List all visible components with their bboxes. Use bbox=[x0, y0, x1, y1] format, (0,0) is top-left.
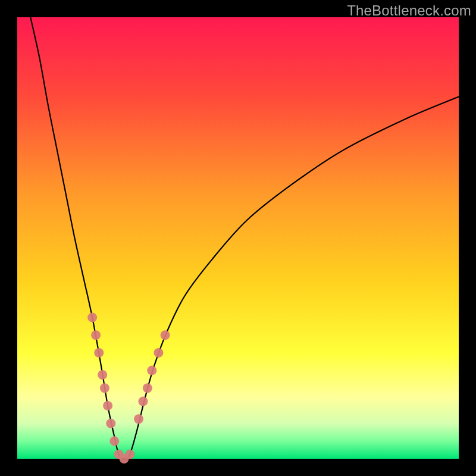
chart-svg bbox=[17, 17, 459, 459]
data-point bbox=[87, 313, 97, 322]
data-point bbox=[154, 348, 163, 358]
chart-frame: TheBottleneck.com bbox=[0, 0, 476, 476]
data-point bbox=[147, 366, 156, 375]
data-point bbox=[134, 414, 143, 424]
data-point bbox=[103, 401, 112, 411]
data-point bbox=[98, 370, 107, 380]
data-point bbox=[109, 436, 119, 446]
data-point bbox=[94, 348, 104, 358]
data-point bbox=[125, 450, 134, 459]
data-point bbox=[100, 383, 109, 393]
data-point bbox=[143, 383, 152, 393]
data-point bbox=[106, 419, 115, 428]
watermark-text: TheBottleneck.com bbox=[347, 2, 471, 19]
data-point bbox=[161, 330, 170, 340]
data-point bbox=[138, 397, 148, 406]
data-point bbox=[91, 330, 101, 340]
bottleneck-curve bbox=[30, 17, 459, 459]
plot-area bbox=[17, 17, 459, 459]
